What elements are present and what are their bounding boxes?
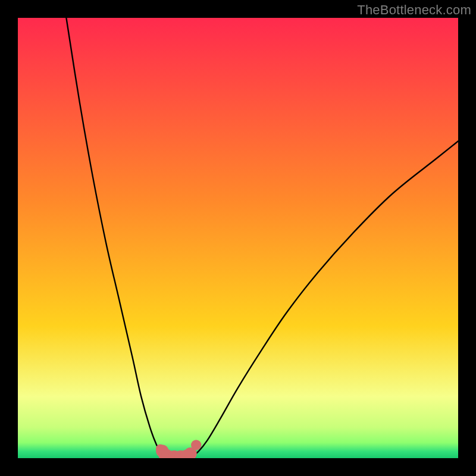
gradient-bg xyxy=(18,18,458,458)
plot-area xyxy=(18,18,458,458)
chart-svg xyxy=(18,18,458,458)
marker-7 xyxy=(191,440,201,450)
frame: TheBottleneck.com xyxy=(0,0,476,476)
watermark-text: TheBottleneck.com xyxy=(357,2,471,18)
